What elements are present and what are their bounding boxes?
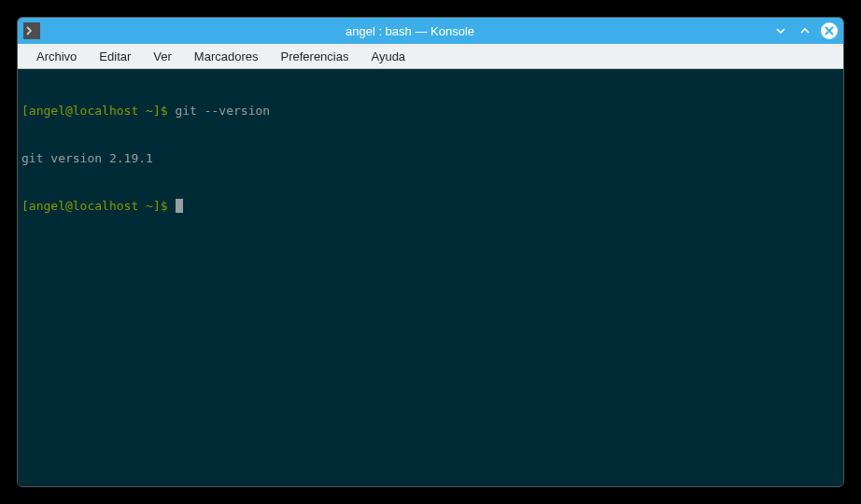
menu-editar[interactable]: Editar [88,46,142,67]
close-button[interactable] [821,22,838,39]
shell-prompt: [angel@localhost ~]$ [21,199,175,213]
maximize-button[interactable] [797,22,813,39]
menu-archivo[interactable]: Archivo [25,46,88,67]
menubar: Archivo Editar Ver Marcadores Preferenci… [18,44,843,69]
cursor-block [176,199,183,213]
terminal-area[interactable]: [angel@localhost ~]$ git --version git v… [18,69,843,486]
menu-marcadores[interactable]: Marcadores [183,46,270,67]
window-controls [772,22,838,39]
titlebar[interactable]: angel : bash — Konsole [18,18,843,44]
shell-command: git --version [175,104,270,118]
shell-prompt: [angel@localhost ~]$ [21,104,175,118]
menu-ver[interactable]: Ver [142,46,183,67]
menu-preferencias[interactable]: Preferencias [269,46,360,67]
terminal-output: git version 2.19.1 [21,150,840,166]
menu-ayuda[interactable]: Ayuda [360,46,416,67]
terminal-line: [angel@localhost ~]$ [21,198,840,214]
terminal-icon [23,22,40,39]
terminal-line: [angel@localhost ~]$ git --version [21,103,840,119]
app-window: angel : bash — Konsole Archivo Editar Ve… [17,17,844,487]
minimize-button[interactable] [772,22,789,39]
window-title: angel : bash — Konsole [48,24,772,38]
